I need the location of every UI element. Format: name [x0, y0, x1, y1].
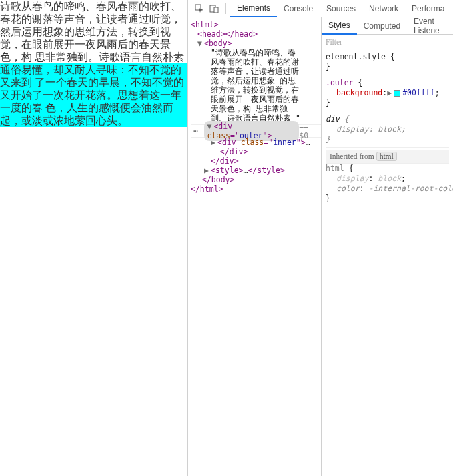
expand-inner-icon[interactable]: ▶ [211, 138, 217, 147]
devtools-body: <html> <head></head> ▼<body> "诗歌从春鸟的啼鸣、春… [188, 17, 453, 476]
tab-sources[interactable]: Sources [320, 0, 362, 17]
styles-tab-event[interactable]: Event Listene [407, 17, 453, 35]
paragraph-2-highlighted: 通俗易懂，却又耐人寻味：不知不觉的又来到 了一个春天的早晨，不知不觉的又开始了一… [0, 63, 187, 127]
styles-tabs: Styles Computed Event Listene [322, 17, 453, 35]
rule-div-ua[interactable]: div { display: block; } [326, 114, 449, 148]
expand-style-icon[interactable]: ▶ [204, 166, 211, 175]
toolbar-separator [225, 3, 226, 14]
color-swatch[interactable] [394, 90, 400, 97]
styles-tab-computed[interactable]: Computed [357, 17, 407, 35]
tab-performance[interactable]: Performa [405, 0, 451, 17]
styles-filter[interactable]: Filter [322, 35, 453, 49]
tab-network[interactable]: Network [362, 0, 405, 17]
elements-tree[interactable]: <html> <head></head> ▼<body> "诗歌从春鸟的啼鸣、春… [188, 17, 322, 476]
paragraph-1: 诗歌从春鸟的啼鸣、春风春雨的吹打、春花的谢落等声音，让读者通过听觉，然后运用想象… [0, 0, 187, 63]
styles-tab-styles[interactable]: Styles [322, 17, 357, 35]
devtools-panel: Elements Console Sources Network Perform… [187, 0, 453, 476]
text-node[interactable]: "诗歌从春鸟的啼鸣、春风春雨的吹打、春花的谢落等声音，让读者通过听觉，然后运用想… [191, 48, 301, 123]
tab-console[interactable]: Console [277, 0, 320, 17]
inherited-chip[interactable]: html [376, 152, 397, 161]
device-toggle-icon[interactable] [207, 1, 221, 16]
rule-outer[interactable]: .outer { background:▶#00ffff; } [326, 78, 449, 111]
filter-placeholder: Filter [326, 38, 342, 46]
inspect-icon[interactable] [192, 1, 207, 16]
expand-outer-icon[interactable]: ▼ [207, 122, 213, 131]
rendered-page: 诗歌从春鸟的啼鸣、春风春雨的吹打、春花的谢落等声音，让读者通过听觉，然后运用想象… [0, 0, 187, 476]
svg-rect-2 [214, 7, 218, 13]
devtools-toolbar: Elements Console Sources Network Perform… [188, 0, 453, 17]
rule-html-ua[interactable]: html { display: block; color: -internal-… [326, 164, 449, 206]
inherited-from-row: Inherited from html [326, 150, 449, 164]
tab-elements[interactable]: Elements [230, 0, 277, 17]
expand-body-icon[interactable]: ▼ [197, 39, 204, 48]
css-rules: element.style {} .outer { background:▶#0… [322, 49, 453, 212]
rule-element-style[interactable]: element.style {} [326, 52, 449, 75]
expand-shorthand-icon[interactable]: ▶ [387, 88, 394, 98]
selected-crumb-row: ⋯ ▼<div class="outer"> == $0 [191, 124, 321, 138]
styles-panel: Styles Computed Event Listene Filter ele… [322, 17, 453, 476]
